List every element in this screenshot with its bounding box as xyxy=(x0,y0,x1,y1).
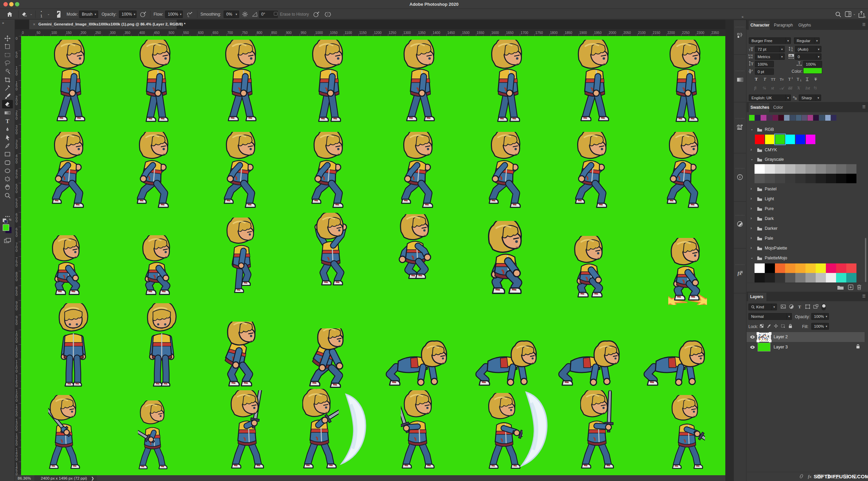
svg-text:T: T xyxy=(788,77,791,82)
svg-text:fx: fx xyxy=(808,474,812,479)
svg-text:T: T xyxy=(806,76,809,81)
svg-text:TT: TT xyxy=(771,77,776,81)
svg-text:A: A xyxy=(791,49,793,51)
svg-text:T: T xyxy=(763,76,766,82)
svg-text:V/A: V/A xyxy=(748,54,753,57)
svg-text:T: T xyxy=(755,76,758,82)
svg-text:1: 1 xyxy=(792,77,793,79)
svg-text:1: 1 xyxy=(800,79,801,82)
svg-text:T: T xyxy=(797,77,799,82)
svg-text:T: T xyxy=(6,118,10,124)
svg-text:T: T xyxy=(798,304,801,309)
svg-text:T: T xyxy=(814,77,817,82)
svg-text:T: T xyxy=(751,61,754,66)
svg-text:a: a xyxy=(751,69,753,72)
svg-text:Tт: Tт xyxy=(780,77,784,81)
svg-text:VA: VA xyxy=(789,54,793,57)
svg-text:A: A xyxy=(749,68,751,72)
svg-text:T: T xyxy=(750,47,754,51)
svg-text:T: T xyxy=(798,61,801,65)
